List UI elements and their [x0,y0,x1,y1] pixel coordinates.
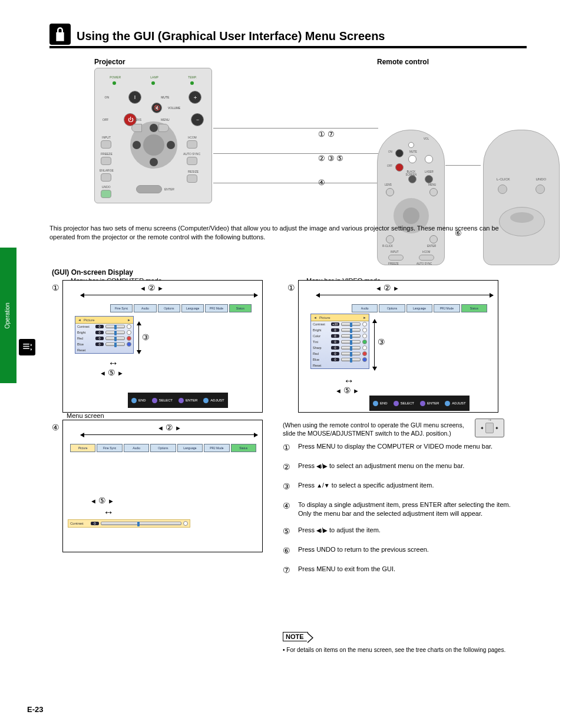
rf-input[interactable] [388,255,404,261]
osd-row-name: Blue [313,358,329,361]
osd-row-name: Red [313,352,329,355]
callouts-column: ① ⑦ ② ③ ⑤ ④ [318,130,353,202]
gui3-bidir: ↔ [103,506,114,519]
osd-row-dot [127,324,131,329]
rf-ircom[interactable] [419,255,434,261]
rf-lens[interactable] [386,188,394,196]
gui-intro-line1: This projector has two sets of menu scre… [49,224,521,242]
hint-enter: ENTER [186,398,197,402]
enter-button[interactable] [136,185,162,193]
rf-label-off: OFF [387,164,392,167]
label-volume: VOLUME [168,106,180,110]
label-ircom: IrCOM [188,136,197,139]
rb-label-undo: UNDO [536,177,547,181]
callout-1-7: ① ⑦ [318,130,353,139]
panel-caption: Projector [94,58,125,66]
osd-row-val: 0 [331,340,339,344]
osd-row-name: Blue [77,342,94,346]
mt-picture: Picture [70,444,95,452]
osd2-title: Picture [319,316,330,319]
osd-row-slider [341,328,361,332]
rf-laser[interactable] [425,175,433,183]
mute-button[interactable]: 🔇 [151,103,162,113]
gui-computer-screenshot: ◄ ② ► Fine Sync Audio Options Language P… [62,280,263,413]
label-off: OFF [103,118,108,121]
osd-row-slider [341,334,361,338]
osd-row-name: Reset [77,348,94,352]
lens-button[interactable] [131,124,142,132]
rf-label-freeze: FREEZE [388,262,399,265]
step7-text: Press MENU to exit from the GUI. [298,565,518,576]
gui3-circ5: ◄ ⑤ ► [90,496,114,505]
osd-row-val: 0 [95,342,104,346]
rf-on[interactable] [395,149,404,157]
label-resize: RESIZE [188,170,199,173]
rf-label-mute: MUTE [409,150,417,153]
osd-row-val: 0 [331,328,339,332]
osd-row-dot [362,328,367,332]
gui-caption-left: (GUI) On-screen Display [52,268,133,276]
sidebar-label: Operation [4,263,11,369]
osd-row-slider [341,322,361,326]
vol-down-button[interactable]: － [191,113,204,126]
osd-row-val: 0 [95,325,104,328]
rb-label-lclick: L-CLICK [497,177,510,181]
gui2-circ1: ① [287,283,295,292]
rf-label-rclick: R-CLICK [382,245,393,248]
hint-select: SELECT [159,398,173,402]
label-mute: MUTE [161,95,169,99]
osd-row-slider [341,352,361,355]
autosync-button[interactable] [187,157,197,165]
enlarge-button[interactable] [101,173,111,182]
tab-finesync: Fine Sync [110,304,133,312]
label-undo: UNDO [102,185,111,189]
strip-name: Contrast [70,522,89,525]
mt-prj: PRJ Mode [204,444,229,452]
label-autosync: AUTO SYNC [183,152,200,156]
vt-options: Options [379,304,405,312]
input-button[interactable] [101,140,111,149]
gui3-circ2: ◄ ② ► [157,423,181,432]
resize-button[interactable] [187,174,197,183]
osd-row-name: Bright [313,328,329,332]
vol-up-button[interactable]: ＋ [189,91,201,104]
on-led-button[interactable]: I [128,91,141,104]
projector-panel: POWER LAMP TEMP. ON I MUTE ＋ 🔇 VOLUME OF… [94,68,212,203]
gui2-circ3: ③ [378,337,385,347]
ircom-button[interactable] [187,140,197,149]
label-lens: LENS [134,118,141,121]
osd-row-val: 0 [95,331,104,334]
page-title: Using the GUI (Graphical User Interface)… [77,29,385,43]
vt-audio: Audio [352,304,378,312]
step6-num: ⑥ [283,545,293,556]
gui1-circ3: ③ [142,332,150,342]
rf-label-vol: VOL [424,137,429,140]
step1-text: Press MENU to display the COMPUTER or VI… [298,442,518,453]
mt-options: Options [150,444,176,452]
rf-label-input: INPUT [391,251,399,253]
rf-vol-up[interactable] [408,142,414,148]
step6-text: Press UNDO to return to the previous scr… [298,545,518,556]
rb-undo-button[interactable] [535,185,545,194]
rf-label-enter: ENTER [427,245,436,248]
hint2-adjust: ADJUST [452,401,465,405]
rf-menu[interactable] [429,188,438,196]
menu-button[interactable] [158,124,169,132]
osd-row-val: 0 [331,352,339,355]
step1-num: ① [283,442,293,453]
osd-row-name: Reset [313,364,329,367]
osd-row-slider [105,325,125,328]
gui-video-screenshot: ◄ ② ► Audio Options Language PRJ Mode St… [298,280,498,413]
hint2-select: SELECT [401,401,414,405]
rb-lclick-button[interactable] [498,185,507,194]
rf-blackscreen[interactable] [408,175,416,183]
freeze-button[interactable] [101,157,111,165]
undo-button[interactable] [101,190,111,198]
label-on: ON [105,95,110,99]
strip-slider [101,522,181,525]
gui3-circ4: ④ [52,423,59,432]
remote-front: VOL ON MUTE OFF BLACK SCREEN LASER LENS … [377,130,445,265]
rf-mute[interactable] [408,155,416,163]
rf-vol-down[interactable] [425,155,433,163]
label-freeze: FREEZE [101,152,113,156]
